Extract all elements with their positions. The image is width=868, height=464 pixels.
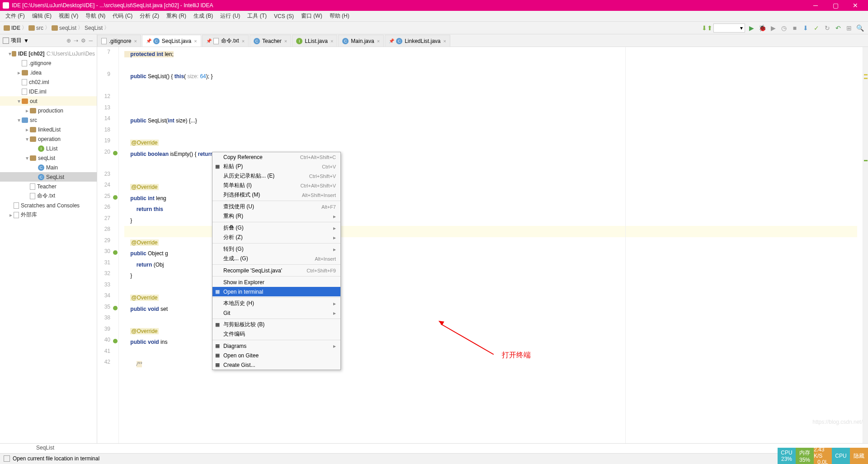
context-menu-item[interactable]: 折叠 (G)▸ <box>212 223 340 233</box>
coverage-icon[interactable]: ▶ <box>769 23 778 33</box>
build-icon[interactable]: ⬇⬆ <box>703 23 712 33</box>
lib-icon <box>14 212 19 218</box>
context-menu-item[interactable]: Git▸ <box>212 308 340 318</box>
hide-icon[interactable]: ─ <box>89 37 93 44</box>
breadcrumb[interactable]: IDE 〉 src 〉 seqList 〉 SeqList 〉 <box>4 24 111 32</box>
context-menu-item[interactable]: ▦Create Gist... <box>212 360 340 370</box>
tree-item[interactable]: Teacher <box>0 182 97 191</box>
perf-net[interactable]: 2.43 K/S0.0L <box>814 448 832 464</box>
context-menu-item[interactable]: 查找使用 (U)Alt+F7 <box>212 202 340 211</box>
menu-run[interactable]: 运行 (U) <box>217 11 244 21</box>
context-menu-item[interactable]: Copy ReferenceCtrl+Alt+Shift+C <box>212 152 340 162</box>
maximize-button[interactable]: ▢ <box>826 0 845 11</box>
tree-item[interactable]: IDE.iml <box>0 87 97 96</box>
tree-item[interactable]: ▾out <box>0 96 97 106</box>
tree-item[interactable]: .gitignore <box>0 58 97 68</box>
project-title: 项目 <box>11 37 22 44</box>
menu-tools[interactable]: 工具 (T) <box>244 11 270 21</box>
tree-item[interactable]: ▸production <box>0 106 97 115</box>
editor-breadcrumb[interactable]: SeqList <box>0 443 868 453</box>
tree-item[interactable]: ▾operation <box>0 134 97 144</box>
menu-window[interactable]: 窗口 (W) <box>297 11 326 21</box>
context-menu-item[interactable]: ▦粘贴 (P)Ctrl+V <box>212 162 340 171</box>
close-tab-icon[interactable]: × <box>134 38 137 44</box>
context-menu-item[interactable]: 简单粘贴 (I)Ctrl+Alt+Shift+V <box>212 181 340 190</box>
tree-item[interactable]: 命令.txt <box>0 191 97 201</box>
context-menu-item[interactable]: ▦Diagrams▸ <box>212 341 340 351</box>
search-icon[interactable]: 🔍 <box>855 23 864 33</box>
context-menu-item[interactable]: 生成... (G)Alt+Insert <box>212 254 340 263</box>
git-history-icon[interactable]: ↻ <box>823 23 832 33</box>
scroll-icon[interactable]: ⇢ <box>74 37 78 44</box>
menu-edit[interactable]: 编辑 (E) <box>28 11 55 21</box>
profile-icon[interactable]: ◷ <box>779 23 788 33</box>
context-menu-item[interactable]: 文件编码 <box>212 329 340 339</box>
terminal-icon[interactable] <box>4 455 10 462</box>
marker-stripe[interactable] <box>863 47 868 443</box>
tree-root[interactable]: ▾IDE [ch02]C:\Users\LuJun\Des <box>0 49 97 58</box>
close-tab-icon[interactable]: × <box>284 38 287 44</box>
menu-analyze[interactable]: 分析 (Z) <box>136 11 163 21</box>
file-icon <box>22 89 27 95</box>
editor-tab[interactable]: CMain.java× <box>338 35 384 47</box>
git-update-icon[interactable]: ⬇ <box>801 23 810 33</box>
perf-hide[interactable]: 隐藏 <box>850 448 868 464</box>
editor-tab[interactable]: 📌CSeqList.java× <box>142 35 201 47</box>
context-menu-item[interactable]: 分析 (Z)▸ <box>212 233 340 242</box>
close-tab-icon[interactable]: × <box>194 38 197 44</box>
close-tab-icon[interactable]: × <box>242 38 245 44</box>
menu-navigate[interactable]: 导航 (N) <box>82 11 109 21</box>
menu-help[interactable]: 帮助 (H) <box>326 11 353 21</box>
editor-tab[interactable]: .gitignore× <box>97 35 141 47</box>
editor-tab[interactable]: 📌CLinkedList.java× <box>385 35 450 47</box>
perf-cpu2[interactable]: CPU <box>832 448 850 464</box>
menu-view[interactable]: 视图 (V) <box>55 11 82 21</box>
context-menu-item[interactable]: Recompile 'SeqList.java'Ctrl+Shift+F9 <box>212 266 340 275</box>
context-menu-item[interactable]: ▦Open on Gitee <box>212 351 340 360</box>
stop-icon[interactable]: ■ <box>790 23 799 33</box>
tree-item-selected[interactable]: CSeqList <box>0 172 97 182</box>
perf-cpu[interactable]: CPU23% <box>778 448 796 464</box>
debug-icon[interactable]: 🐞 <box>758 23 767 33</box>
collapse-icon[interactable]: ⊕ <box>66 37 71 44</box>
context-menu-item[interactable]: 重构 (R)▸ <box>212 211 340 221</box>
tree-item[interactable]: CMain <box>0 163 97 172</box>
context-menu-item[interactable]: 列选择模式 (M)Alt+Shift+Insert <box>212 190 340 200</box>
close-button[interactable]: ✕ <box>845 0 865 11</box>
crumb-2: seqList <box>59 25 76 31</box>
tree-scratches[interactable]: Scratches and Consoles <box>0 201 97 210</box>
perf-mem[interactable]: 内存35% <box>796 448 814 464</box>
context-menu-item[interactable]: Show in Explorer <box>212 277 340 287</box>
tree-item[interactable]: ▾seqList <box>0 153 97 163</box>
context-menu-item[interactable]: ▦与剪贴板比较 (B) <box>212 320 340 329</box>
tree-external[interactable]: ▸外部库 <box>0 210 97 220</box>
close-tab-icon[interactable]: × <box>443 38 446 44</box>
tree-item[interactable]: ch02.iml <box>0 77 97 87</box>
menu-vcs[interactable]: VCS (S) <box>270 12 297 20</box>
editor-tab[interactable]: CTeacher× <box>250 35 291 47</box>
context-menu-item[interactable]: 本地历史 (H)▸ <box>212 299 340 308</box>
tree-item[interactable]: ILList <box>0 144 97 153</box>
git-revert-icon[interactable]: ↶ <box>834 23 843 33</box>
menu-code[interactable]: 代码 (C) <box>109 11 136 21</box>
tree-item[interactable]: ▾src <box>0 115 97 125</box>
tree-item[interactable]: ▸linkedList <box>0 125 97 134</box>
file-icon <box>22 60 27 66</box>
menu-refactor[interactable]: 重构 (R) <box>163 11 190 21</box>
settings-icon[interactable]: ⚙ <box>81 37 86 44</box>
context-menu-item[interactable]: 转到 (G)▸ <box>212 244 340 254</box>
context-menu-item[interactable]: ▦Open in terminal <box>212 287 340 296</box>
structure-icon[interactable]: ⊞ <box>844 23 854 33</box>
close-tab-icon[interactable]: × <box>377 38 380 44</box>
run-icon[interactable]: ▶ <box>747 23 756 33</box>
minimize-button[interactable]: ─ <box>806 0 826 11</box>
editor-tab[interactable]: ILList.java× <box>292 35 337 47</box>
git-commit-icon[interactable]: ✓ <box>812 23 821 33</box>
editor-tab[interactable]: 📌命令.txt× <box>202 35 249 47</box>
run-config-dropdown[interactable]: ▾ <box>713 23 745 33</box>
context-menu-item[interactable]: 从历史记录粘贴... (E)Ctrl+Shift+V <box>212 171 340 181</box>
menu-build[interactable]: 生成 (B) <box>190 11 217 21</box>
close-tab-icon[interactable]: × <box>330 38 333 44</box>
tree-item[interactable]: ▸.idea <box>0 68 97 77</box>
menu-file[interactable]: 文件 (F) <box>2 11 28 21</box>
